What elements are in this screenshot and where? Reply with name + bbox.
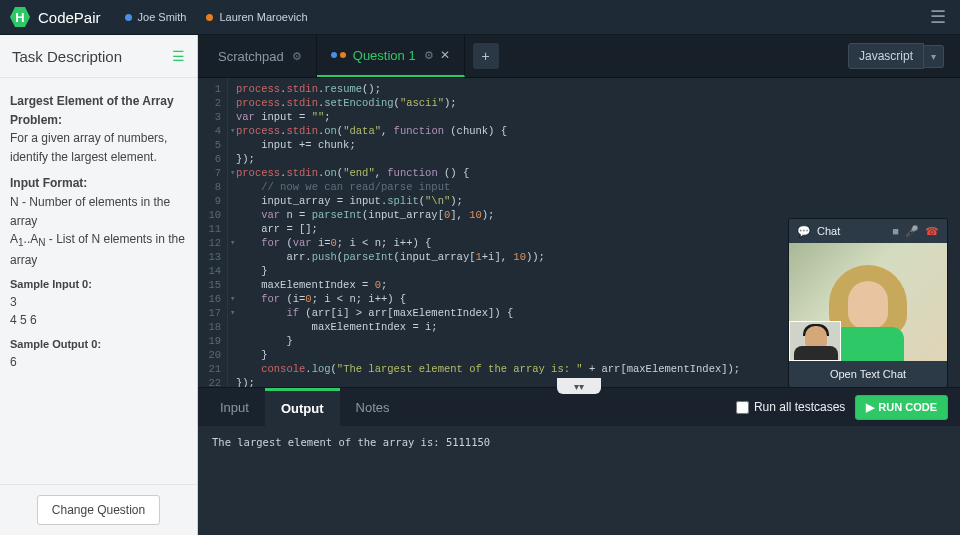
- presence-dot-icon: [206, 14, 213, 21]
- mic-icon[interactable]: 🎤: [905, 225, 919, 238]
- task-menu-icon[interactable]: ☰: [172, 48, 185, 64]
- sidebar: Task Description ☰ Largest Element of th…: [0, 35, 198, 535]
- gear-icon[interactable]: ⚙: [424, 49, 434, 62]
- sample-input-1: 3: [10, 293, 187, 312]
- sample-output-1: 6: [10, 353, 187, 372]
- participant-1-name: Joe Smith: [138, 11, 187, 23]
- participant-1: Joe Smith: [125, 11, 187, 23]
- close-icon[interactable]: ✕: [440, 48, 450, 62]
- tab-question-1-label: Question 1: [353, 48, 416, 63]
- sample-input-2: 4 5 6: [10, 311, 187, 330]
- run-code-button[interactable]: ▶RUN CODE: [855, 395, 948, 420]
- input-format-line-2: A1..AN - List of N elements in the array: [10, 230, 187, 269]
- tab-question-1[interactable]: Question 1 ⚙ ✕: [317, 35, 465, 77]
- sidebar-footer: Change Question: [0, 484, 197, 535]
- chat-label: Chat: [817, 225, 840, 237]
- tab-notes[interactable]: Notes: [340, 388, 406, 426]
- bottom-panel: ▾▾ Input Output Notes Run all testcases …: [198, 387, 960, 535]
- run-all-testcases-checkbox[interactable]: Run all testcases: [736, 400, 845, 414]
- output-console: The largest element of the array is: 511…: [198, 426, 960, 535]
- line-gutter: 12345678910111213141516171819202122: [198, 78, 228, 387]
- participant-2: Lauren Maroevich: [206, 11, 307, 23]
- question-dots-icon: [331, 52, 346, 58]
- language-label: Javascript: [848, 43, 924, 69]
- problem-title: Largest Element of the Array Problem:: [10, 92, 187, 129]
- video-feed[interactable]: [789, 243, 947, 361]
- language-selector[interactable]: Javascript ▾: [848, 35, 950, 77]
- resize-handle[interactable]: ▾▾: [557, 378, 601, 394]
- input-format-line-1: N - Number of elements in the array: [10, 193, 187, 230]
- participant-2-name: Lauren Maroevich: [219, 11, 307, 23]
- app-logo: H: [10, 6, 30, 28]
- task-description-title: Task Description: [12, 48, 122, 65]
- remote-participant-video: [829, 261, 909, 361]
- input-format-label: Input Format:: [10, 174, 187, 193]
- presence-dot-icon: [125, 14, 132, 21]
- sidebar-header: Task Description ☰: [0, 35, 197, 78]
- open-text-chat-button[interactable]: Open Text Chat: [789, 361, 947, 387]
- app-name: CodePair: [38, 9, 101, 26]
- gear-icon[interactable]: ⚙: [292, 50, 302, 63]
- topbar: H CodePair Joe Smith Lauren Maroevich ☰: [0, 0, 960, 35]
- add-tab-button[interactable]: +: [473, 43, 499, 69]
- hangup-icon[interactable]: ☎: [925, 225, 939, 238]
- play-icon: ▶: [866, 401, 874, 414]
- sample-output-label: Sample Output 0:: [10, 336, 187, 353]
- chat-header: 💬 Chat ■ 🎤 ☎: [789, 219, 947, 243]
- menu-icon[interactable]: ☰: [926, 2, 950, 32]
- sample-input-label: Sample Input 0:: [10, 276, 187, 293]
- main-panel: Scratchpad ⚙ Question 1 ⚙ ✕ + Javascript…: [198, 35, 960, 535]
- tab-input[interactable]: Input: [204, 388, 265, 426]
- tab-scratchpad[interactable]: Scratchpad ⚙: [204, 35, 317, 77]
- task-body: Largest Element of the Array Problem: Fo…: [0, 78, 197, 484]
- run-code-label: RUN CODE: [878, 401, 937, 413]
- change-question-button[interactable]: Change Question: [37, 495, 160, 525]
- tab-output[interactable]: Output: [265, 388, 340, 426]
- self-video-pip[interactable]: [789, 321, 841, 361]
- tab-scratchpad-label: Scratchpad: [218, 49, 284, 64]
- video-icon[interactable]: ■: [892, 225, 899, 238]
- editor-tabbar: Scratchpad ⚙ Question 1 ⚙ ✕ + Javascript…: [198, 35, 960, 78]
- chevron-down-icon[interactable]: ▾: [924, 45, 944, 68]
- problem-desc: For a given array of numbers, identify t…: [10, 129, 187, 166]
- chat-panel: 💬 Chat ■ 🎤 ☎ Open Text Chat: [788, 218, 948, 388]
- run-all-checkbox-input[interactable]: [736, 401, 749, 414]
- chat-icon: 💬: [797, 225, 811, 238]
- run-all-label: Run all testcases: [754, 400, 845, 414]
